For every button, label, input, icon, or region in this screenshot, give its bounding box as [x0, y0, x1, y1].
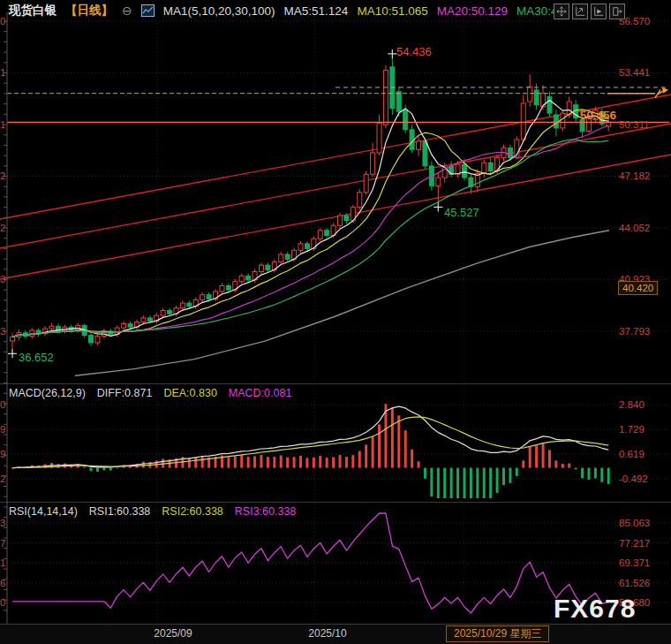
left-axis-digit: 7	[0, 537, 5, 549]
left-axis-digit: 2	[0, 473, 5, 485]
chart-toolbar	[554, 4, 625, 19]
ma5-value: MA5:51.124	[284, 4, 349, 18]
left-axis-digit: 0	[0, 398, 5, 411]
price-axis-label: -0.492	[619, 473, 648, 485]
price-axis-label: 85.063	[619, 517, 650, 529]
rsi2-value: RSI2:60.338	[162, 505, 223, 518]
brand-watermark: FX678	[554, 594, 636, 624]
alert-level-label: 40.420	[618, 281, 658, 295]
left-axis-digit: 2	[0, 222, 5, 234]
price-axis-label: 77.217	[619, 537, 650, 549]
chart-canvas[interactable]	[0, 0, 671, 644]
price-axis-label: 53.441	[619, 66, 650, 79]
axis-zoom-icon[interactable]	[572, 4, 588, 19]
macd-header: MACD(26,12,9) DIFF:0.871 DEA:0.830 MACD:…	[9, 387, 291, 399]
rsi-settings-label: RSI(14,14,14)	[9, 505, 78, 518]
left-axis-digit: 1	[0, 557, 5, 569]
ma20-value: MA20:50.129	[437, 4, 508, 18]
left-axis-digit: 1	[0, 66, 5, 79]
price-axis-label: 69.371	[619, 557, 650, 569]
month-label: 2025/10	[308, 627, 346, 640]
price-axis-label: 0.619	[619, 448, 645, 460]
left-axis-digit: 3	[0, 325, 5, 337]
macd-value: MACD:0.081	[229, 387, 292, 399]
left-axis-digit: 9	[0, 423, 5, 436]
left-axis-digit: 3	[0, 517, 5, 529]
chart-type-icon[interactable]	[141, 4, 155, 17]
pan-icon[interactable]	[554, 4, 569, 19]
selected-date-label: 2025/10/29 星期三	[446, 625, 549, 642]
ma-settings-label: MA1(5,10,20,30,100)	[163, 4, 275, 18]
title-bar: 现货白银 【日线】 ⊖ MA1(5,10,20,30,100) MA5:51.1…	[9, 2, 568, 19]
rsi3-value: RSI3:60.338	[235, 505, 297, 518]
left-axis-digit: 0	[0, 596, 5, 609]
macd-settings-label: MACD(26,12,9)	[9, 387, 86, 399]
chart-window: 0112233099237160 56.57053.44150.31147.18…	[0, 0, 671, 644]
left-axis-digit: 3	[0, 273, 5, 285]
rsi-header: RSI(14,14,14) RSI1:60.338 RSI2:60.338 RS…	[9, 505, 296, 518]
current-price-label: 50.456	[569, 109, 616, 122]
instrument-title: 现货白银	[9, 3, 57, 19]
price-axis-label: 37.793	[619, 325, 650, 337]
macd-diff-value: DIFF:0.871	[97, 387, 153, 399]
peak-price-annotation: 54.436	[396, 45, 432, 58]
price-axis-label: 44.052	[619, 222, 650, 234]
price-axis-label: 61.526	[619, 577, 650, 589]
collapse-icon[interactable]: ⊖	[122, 4, 132, 18]
price-axis-label: 1.729	[619, 423, 645, 436]
ma10-value: MA10:51.065	[357, 4, 427, 18]
left-axis-digit: 9	[0, 448, 5, 460]
period-label: 【日线】	[65, 3, 113, 19]
price-axis-label: 2.840	[619, 398, 645, 411]
left-axis-digit: 2	[0, 170, 5, 182]
panel-collapse-icon[interactable]	[609, 4, 625, 19]
price-axis-label: 47.182	[619, 170, 650, 182]
month-label: 2025/09	[154, 627, 192, 640]
left-axis-digit: 0	[0, 15, 5, 27]
left-low-annotation: 36.652	[19, 351, 54, 364]
rsi1-value: RSI1:60.338	[89, 505, 151, 518]
left-axis-digit: 1	[0, 118, 5, 131]
left-axis-digit: 6	[0, 577, 5, 589]
macd-dea-value: DEA:0.830	[163, 387, 216, 399]
trough-price-annotation: 45.527	[444, 206, 479, 219]
time-axis[interactable]: 2025/092025/10	[0, 625, 671, 644]
price-axis-label: 50.311	[619, 118, 649, 131]
axis-play-icon[interactable]	[591, 4, 607, 19]
